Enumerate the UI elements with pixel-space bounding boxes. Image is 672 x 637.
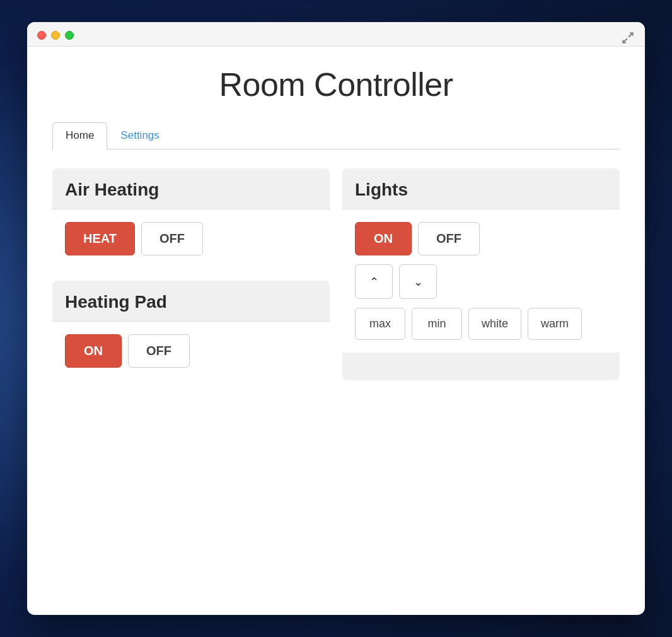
lights-title: Lights [342,168,620,209]
lights-warm-button[interactable]: warm [528,308,582,340]
heating-pad-off-button[interactable]: OFF [128,334,190,368]
lights-body: ON OFF ⌃ ⌄ [342,209,620,353]
lights-controls: ON OFF ⌃ ⌄ [355,222,607,340]
window-content: Room Controller Home Settings Air Heatin… [27,47,645,406]
controls-grid: Air Heating HEAT OFF Heating Pad ON [52,168,620,380]
lights-off-button[interactable]: OFF [418,222,480,255]
heating-pad-on-button[interactable]: ON [65,334,122,368]
air-heating-btn-group: HEAT OFF [65,222,317,255]
page-title: Room Controller [52,66,620,103]
down-icon: ⌄ [414,275,423,289]
air-heating-body: HEAT OFF [52,209,330,268]
lights-panel: Lights ON OFF ⌃ [342,168,620,380]
tab-home[interactable]: Home [52,122,107,149]
lights-onoff-group: ON OFF [355,222,607,255]
lights-on-button[interactable]: ON [355,222,412,255]
heating-pad-panel: Heating Pad ON OFF [52,281,330,380]
lights-up-button[interactable]: ⌃ [355,264,393,299]
air-heating-title: Air Heating [52,168,330,209]
heat-button[interactable]: HEAT [65,222,135,255]
lights-down-button[interactable]: ⌄ [399,264,437,299]
heating-pad-title: Heating Pad [52,281,330,321]
heating-pad-body: ON OFF [52,321,330,380]
lights-color-group: max min white warm [355,308,607,340]
heating-pad-btn-group: ON OFF [65,334,317,368]
air-heating-panel: Air Heating HEAT OFF [52,168,330,268]
close-button[interactable] [37,31,46,40]
up-icon: ⌃ [369,275,379,289]
maximize-button[interactable] [65,31,74,40]
app-window: Room Controller Home Settings Air Heatin… [27,22,645,615]
lights-min-button[interactable]: min [412,308,462,340]
expand-icon[interactable] [621,31,635,45]
minimize-button[interactable] [51,31,60,40]
tab-bar: Home Settings [52,122,620,149]
lights-arrow-group: ⌃ ⌄ [355,264,607,299]
air-heating-off-button[interactable]: OFF [141,222,203,255]
tab-settings[interactable]: Settings [107,122,172,149]
left-column: Air Heating HEAT OFF Heating Pad ON [52,168,330,380]
traffic-lights [37,31,74,40]
lights-white-button[interactable]: white [468,308,521,340]
lights-max-button[interactable]: max [355,308,405,340]
title-bar [27,22,645,47]
